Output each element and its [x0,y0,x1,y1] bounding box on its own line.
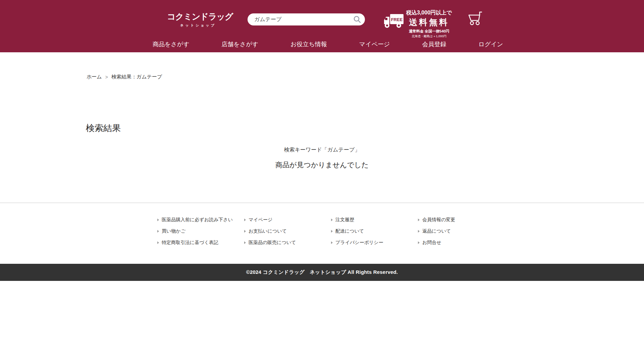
footer-link-member-info[interactable]: 会員情報の変更 [418,217,505,223]
nav-item-products[interactable]: 商品をさがす [153,40,190,48]
page-title: 検索結果 [86,122,121,134]
free-shipping-truck-icon: FREE [383,12,404,29]
arrow-right-icon [418,219,420,221]
footer-link-label: 医薬品購入前に必ずお読み下さい [162,217,233,223]
footer-column-3: 注文履歴 配送について プライバシーポリシー [331,217,418,251]
site-logo[interactable]: コクミンドラッグ ネットショップ [167,11,227,28]
footer-link-label: 返品について [422,228,451,234]
shipping-threshold: 税込3,000円以上で [406,9,452,16]
main-nav: 商品をさがす 店舗をさがす お役立ち情報 マイページ 会員登録 ログイン [153,36,503,52]
arrow-right-icon [157,230,159,233]
nav-item-register[interactable]: 会員登録 [422,40,446,48]
footer-link-label: 会員情報の変更 [422,217,455,223]
nav-item-stores[interactable]: 店舗をさがす [222,40,259,48]
footer-link-label: 注文履歴 [335,217,354,223]
search-input[interactable] [248,13,365,25]
search-icon[interactable] [354,16,361,23]
arrow-right-icon [331,219,333,221]
footer-link-label: お問合せ [422,240,441,246]
breadcrumb-current: 検索結果：ガムテープ [111,74,162,80]
footer-link-privacy-policy[interactable]: プライバシーポリシー [331,239,418,246]
arrow-right-icon [331,230,333,233]
footer-link-payment[interactable]: お支払いについて [244,228,331,235]
footer-link-medicine-sales[interactable]: 医薬品の販売について [244,239,331,246]
logo-subtitle: ネットショップ [167,23,227,28]
footer-link-label: 買い物かご [162,228,185,234]
svg-text:FREE: FREE [391,17,403,22]
footer-link-returns[interactable]: 返品について [418,228,505,235]
cart-icon[interactable] [467,10,484,27]
free-shipping-banner: FREE 税込3,000円以上で 送料無料 通常料金 全国一律540円 北海道・… [383,9,452,39]
nav-item-tips[interactable]: お役立ち情報 [290,40,327,48]
arrow-right-icon [418,230,420,233]
footer-column-2: マイページ お支払いについて 医薬品の販売について [244,217,331,251]
footer-links: 医薬品購入前に必ずお読み下さい 買い物かご 特定商取引法に基づく表記 マイページ… [157,217,505,251]
footer-column-1: 医薬品購入前に必ずお読み下さい 買い物かご 特定商取引法に基づく表記 [157,217,244,251]
shipping-text: 税込3,000円以上で 送料無料 通常料金 全国一律540円 北海道・離島は＋1… [406,9,452,39]
site-header: コクミンドラッグ ネットショップ FREE 税込3,000円以上で [0,0,644,52]
footer-link-cart[interactable]: 買い物かご [157,228,244,235]
footer-link-contact[interactable]: お問合せ [418,239,505,246]
logo-title: コクミンドラッグ [167,11,227,22]
shipping-free-label: 送料無料 [406,17,452,28]
arrow-right-icon [244,219,246,221]
footer-link-label: マイページ [249,217,272,223]
arrow-right-icon [244,241,246,244]
breadcrumb-separator: > [105,74,108,80]
footer-link-label: 医薬品の販売について [249,240,296,246]
search-bar [248,13,365,25]
no-results-message: 商品が見つかりませんでした [0,160,644,170]
shipping-normal-fee: 通常料金 全国一律540円 [406,29,452,34]
footer-link-label: お支払いについて [249,228,287,234]
footer-link-delivery[interactable]: 配送について [331,228,418,235]
nav-item-login[interactable]: ログイン [478,40,503,48]
footer-link-label: 特定商取引法に基づく表記 [162,240,218,246]
breadcrumb-home-link[interactable]: ホーム [87,74,102,80]
arrow-right-icon [157,219,159,221]
footer-divider [0,202,644,203]
footer-link-order-history[interactable]: 注文履歴 [331,217,418,223]
footer-link-label: 配送について [335,228,364,234]
nav-item-mypage[interactable]: マイページ [359,40,390,48]
search-keyword-line: 検索キーワード「ガムテープ」 [0,146,644,154]
arrow-right-icon [244,230,246,233]
footer-link-commerce-law[interactable]: 特定商取引法に基づく表記 [157,239,244,246]
page: コクミンドラッグ ネットショップ FREE 税込3,000円以上で [0,0,644,362]
copyright-bar: ©2024 コクミンドラッグ ネットショップ All Rights Reserv… [0,264,644,281]
copyright-text: ©2024 コクミンドラッグ ネットショップ All Rights Reserv… [246,269,398,276]
footer-link-medicine-notice[interactable]: 医薬品購入前に必ずお読み下さい [157,217,244,223]
footer-link-label: プライバシーポリシー [335,240,383,246]
footer-column-4: 会員情報の変更 返品について お問合せ [418,217,505,251]
breadcrumb: ホーム > 検索結果：ガムテープ [87,74,162,80]
footer-link-mypage[interactable]: マイページ [244,217,331,223]
arrow-right-icon [418,241,420,244]
arrow-right-icon [331,241,333,244]
arrow-right-icon [157,241,159,244]
